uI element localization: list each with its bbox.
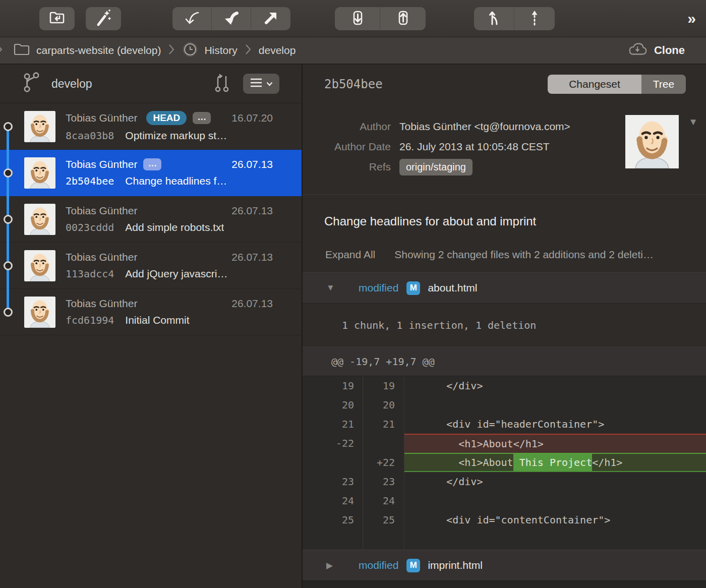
new-line-number: 24: [363, 491, 404, 510]
avatar: [24, 250, 55, 281]
clone-button[interactable]: Clone: [627, 41, 685, 60]
files-summary: Showing 2 changed files with 2 additions…: [394, 249, 654, 261]
file-row-imprint[interactable]: ▶ modified M imprint.html: [303, 550, 706, 581]
cherry-pick-button[interactable]: [251, 7, 290, 30]
revert-button[interactable]: [212, 7, 251, 30]
disclosure-open-icon[interactable]: ▼: [326, 283, 337, 293]
magic-wand-icon: [94, 8, 113, 29]
commit-author: Tobias Günther: [66, 158, 137, 170]
disclosure-closed-icon[interactable]: ▶: [326, 560, 337, 571]
breadcrumb-repo[interactable]: carparts-website (develop): [13, 42, 161, 59]
commit-subject: Add simple robots.txt: [125, 221, 224, 233]
new-line-number: 21: [363, 415, 404, 434]
avatar: [24, 204, 55, 235]
commit-hash: 8caa03b8: [66, 130, 114, 142]
chevron-right-icon: [245, 43, 252, 58]
commit-date: 26.07.13: [231, 298, 273, 310]
commit-row[interactable]: Tobias Günther 26.07.13 0023cddd Add sim…: [0, 196, 302, 243]
author-date-label: Author Date: [303, 141, 391, 153]
tower-window: » carparts-website (develop) History dev…: [0, 0, 706, 588]
diff-code: [404, 491, 706, 510]
open-repository-button[interactable]: [39, 7, 75, 30]
rebase-button[interactable]: [514, 7, 555, 30]
diff-code: </div>: [404, 472, 706, 491]
breadcrumb-history[interactable]: History: [182, 41, 237, 60]
folder-icon: [13, 42, 30, 59]
graph-node-icon: [4, 261, 13, 270]
commit-hash: 0023cddd: [66, 221, 114, 233]
arrow-up-right-icon: [261, 8, 280, 29]
commit-author: Tobias Günther: [66, 251, 137, 263]
bottom-strip: [303, 581, 706, 588]
file-row-about[interactable]: ▼ modified M about.html: [303, 272, 706, 304]
commit-row[interactable]: Tobias Günther … 26.07.13 2b504bee Chang…: [0, 150, 302, 196]
commit-subject: Add jQuery javascri…: [125, 268, 227, 280]
commit-meta: Author Tobias Günther <tg@fournova.com> …: [303, 103, 706, 194]
commit-row[interactable]: Tobias Günther HEAD … 16.07.20 8caa03b8 …: [0, 103, 302, 150]
graph-node-icon: [4, 122, 13, 131]
expand-all-button[interactable]: Expand All: [325, 249, 375, 261]
more-refs-badge[interactable]: …: [193, 112, 211, 124]
old-line-number: 24: [303, 491, 363, 510]
fetch-button[interactable]: [335, 7, 380, 30]
old-line-number: 20: [303, 395, 363, 415]
diff-code: <div id="contentContainer">: [404, 510, 706, 530]
push-button[interactable]: [380, 7, 426, 30]
quick-actions-button[interactable]: [86, 7, 121, 30]
history-actions-group: [172, 7, 290, 30]
old-line-number: 21: [303, 415, 363, 434]
disclosure-down-icon[interactable]: ▼: [688, 116, 698, 128]
avatar: [24, 157, 55, 189]
new-line-number: 23: [363, 472, 404, 491]
toolbar: »: [0, 0, 706, 37]
commit-row[interactable]: Tobias Günther 26.07.13 113adcc4 Add jQu…: [0, 243, 302, 289]
new-line-number: 20: [363, 395, 404, 415]
diff-line: 25 25 <div id="contentContainer">: [303, 510, 706, 530]
file-status: modified: [359, 282, 398, 294]
current-branch-label: develop: [51, 77, 92, 91]
commit-author: Tobias Günther: [66, 298, 137, 310]
author-label: Author: [303, 121, 391, 133]
compare-branches-icon[interactable]: [214, 72, 230, 95]
checkout-button[interactable]: [172, 7, 212, 30]
new-line-number: 19: [363, 376, 404, 395]
more-refs-badge[interactable]: …: [143, 158, 161, 170]
gutter-divider: [404, 376, 404, 550]
breadcrumb-branch[interactable]: develop: [259, 44, 296, 56]
toolbar-overflow-button[interactable]: »: [687, 10, 695, 27]
commit-hash: 2b504bee: [66, 175, 114, 187]
commit-author: Tobias Günther: [66, 205, 137, 217]
commit-date: 26.07.13: [231, 251, 273, 263]
new-line-number: +22: [363, 453, 404, 472]
tab-changeset[interactable]: Changeset: [548, 75, 641, 94]
graph-node-icon: [4, 168, 13, 178]
chunk-summary: 1 chunk, 1 insertion, 1 deletion: [303, 304, 706, 347]
list-options-button[interactable]: [243, 74, 279, 94]
chevron-right-icon: [0, 43, 3, 58]
cloud-download-icon: [627, 41, 648, 60]
diff-code: [404, 395, 706, 415]
rebase-icon: [525, 8, 544, 29]
chevron-down-icon: [266, 79, 273, 88]
tab-tree[interactable]: Tree: [641, 75, 686, 94]
old-line-number: 19: [303, 376, 363, 395]
fetch-icon: [347, 8, 368, 30]
commit-hash: fcd61994: [66, 314, 114, 326]
merge-button[interactable]: [474, 7, 514, 30]
open-repository-icon: [48, 9, 66, 29]
diff-line: 19 19 </div>: [303, 376, 706, 395]
commit-message-title: Change headlines for about and imprint: [303, 195, 706, 228]
diff-code: <h1>About This Project</h1>: [404, 453, 706, 472]
breadcrumb-branch-label: develop: [259, 44, 296, 56]
ref-badge: origin/staging: [399, 159, 473, 175]
author-avatar: [625, 115, 679, 168]
curved-arrow-down-left-icon: [222, 8, 241, 29]
diff-line: -22 <h1>About</h1>: [303, 434, 706, 453]
modified-badge-icon: M: [406, 281, 420, 295]
old-line-number: -22: [303, 434, 363, 453]
breadcrumb: carparts-website (develop) History devel…: [0, 37, 706, 65]
commit-row[interactable]: Tobias Günther 26.07.13 fcd61994 Initial…: [0, 289, 302, 335]
sidebar-header: develop: [0, 65, 302, 103]
avatar: [24, 297, 55, 328]
diff-code: </div>: [404, 376, 706, 395]
